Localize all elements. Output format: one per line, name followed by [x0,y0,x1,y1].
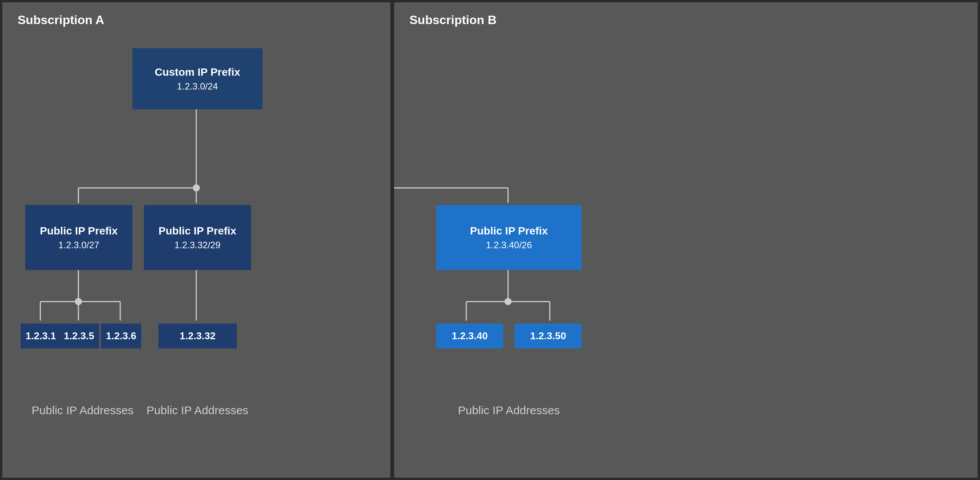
subscription-a-panel: Subscription A [1,1,391,479]
prefix-b1-box: Public IP Prefix 1.2.3.40/26 [436,205,582,270]
subscription-a-label: Subscription A [18,13,104,27]
custom-ip-prefix-ip: 1.2.3.0/24 [177,81,218,92]
ip-b1-1-box: 1.2.3.40 [436,324,503,348]
prefix-a1-box: Public IP Prefix 1.2.3.0/27 [25,205,132,270]
prefix-a2-title: Public IP Prefix [158,225,236,238]
prefix-b1-ip: 1.2.3.40/26 [486,240,532,251]
prefix-a2-box: Public IP Prefix 1.2.3.32/29 [144,205,251,270]
prefix-a1-title: Public IP Prefix [40,225,117,238]
ip-b1-2-box: 1.2.3.50 [515,324,582,348]
custom-ip-prefix-title: Custom IP Prefix [155,66,240,79]
ip-a2: 1.2.3.32 [180,330,216,342]
ip-a1-2: 1.2.3.5 [64,330,95,342]
subscription-b-panel: Subscription B Public IP Prefix 1.2.3.40… [393,1,979,479]
label-a2: Public IP Addresses [121,404,274,417]
ip-a2-box: 1.2.3.32 [158,324,237,348]
ip-a1-1: 1.2.3.1 [26,330,56,342]
svg-point-4 [193,184,200,191]
svg-point-16 [505,298,512,305]
prefix-a1-ip: 1.2.3.0/27 [59,240,99,251]
label-b1: Public IP Addresses [429,404,589,417]
ip-b1-1: 1.2.3.40 [452,330,488,342]
svg-point-7 [75,298,82,305]
ip-a1-3-box: 1.2.3.6 [101,324,141,348]
prefix-b1-title: Public IP Prefix [470,225,548,238]
custom-ip-prefix-box: Custom IP Prefix 1.2.3.0/24 [132,48,263,109]
ip-a1-1-box: 1.2.3.1 [21,324,61,348]
prefix-a2-ip: 1.2.3.32/29 [174,240,220,251]
subscription-b-label: Subscription B [409,13,497,27]
ip-a1-2-box: 1.2.3.5 [59,324,99,348]
ip-a1-3: 1.2.3.6 [106,330,137,342]
ip-b1-2: 1.2.3.50 [530,330,566,342]
